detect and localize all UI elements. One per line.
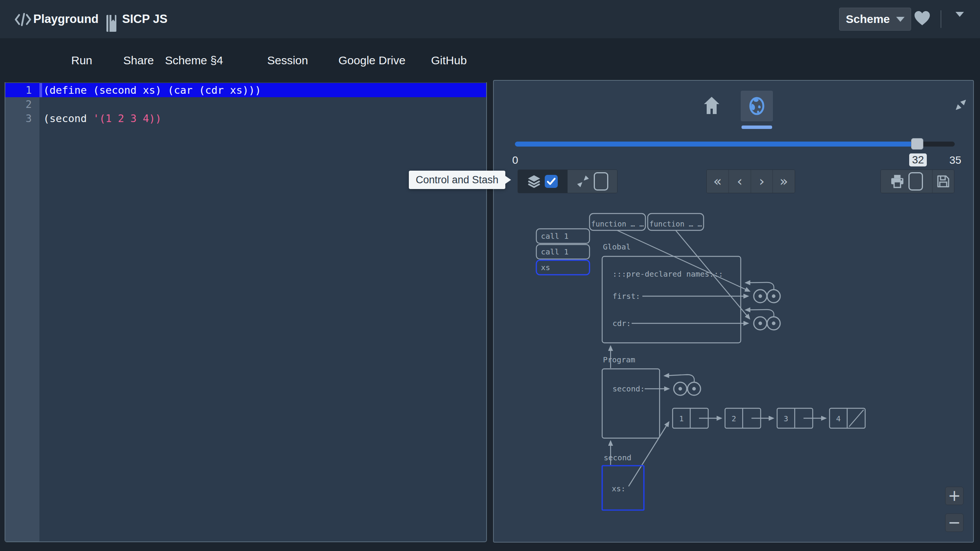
global-frame xyxy=(602,256,741,343)
share-button[interactable]: Share xyxy=(123,38,154,82)
google-drive-button[interactable]: Google Drive xyxy=(338,38,405,82)
tab-env-visualizer[interactable] xyxy=(741,91,773,121)
app-window: Playground SICP JS Scheme Run xyxy=(0,0,980,551)
slider-value-badge: 32 xyxy=(909,153,927,166)
visualizer-toggle-group xyxy=(518,170,617,193)
compact-layout-checkbox-unchecked[interactable] xyxy=(594,172,608,191)
tooltip-text: Control and Stash xyxy=(416,174,498,186)
slider-max-label: 35 xyxy=(949,154,961,166)
double-chevron-right-icon: » xyxy=(780,170,788,193)
pair-value: 4 xyxy=(836,414,841,423)
check-icon xyxy=(546,176,556,186)
chevron-down-icon xyxy=(956,12,964,23)
code-line-3-plain: (second xyxy=(43,112,93,124)
call-frame-name-label: second xyxy=(604,453,631,462)
step-slider[interactable] xyxy=(515,142,955,147)
code-icon xyxy=(15,13,31,28)
stash-item-label: call 1 xyxy=(541,247,568,256)
control-and-stash-tooltip: Control and Stash xyxy=(409,171,505,189)
save-icon xyxy=(936,174,950,188)
favorite-button[interactable] xyxy=(914,11,930,28)
stash-function-box xyxy=(590,214,645,230)
zoom-in-button[interactable]: + xyxy=(945,487,964,505)
code-line-3: (second '(1 2 3 4)) xyxy=(43,111,162,126)
predeclared-names-label: :::pre-declared names::: xyxy=(612,269,723,279)
printer-icon xyxy=(890,174,905,189)
last-step-button[interactable]: » xyxy=(773,170,795,193)
env-visualizer-panel: 0 32 35 xyxy=(493,80,974,543)
global-frame-label: Global xyxy=(603,242,630,251)
first-step-button[interactable]: « xyxy=(707,170,729,193)
second-call-frame xyxy=(602,466,644,510)
run-button[interactable]: Run xyxy=(71,38,92,82)
stash-function-box xyxy=(648,214,704,230)
function-box-label: function … … xyxy=(649,220,702,228)
collapse-icon xyxy=(576,174,590,188)
editor-cursor xyxy=(39,83,42,97)
code-line-1: (define (second xs) (car (cdr xs))) xyxy=(43,83,261,97)
stash-item-box xyxy=(536,245,590,259)
editor-gutter xyxy=(5,82,39,541)
chevron-down-icon xyxy=(896,17,905,22)
control-stash-checkbox-checked[interactable] xyxy=(545,175,558,188)
chevron-right-icon: › xyxy=(759,170,764,193)
step-nav-group: « ‹ › » xyxy=(706,170,795,193)
second-binding-label: second: xyxy=(612,384,645,393)
save-image-button[interactable] xyxy=(933,170,954,193)
nav-playground-button[interactable]: Playground xyxy=(33,0,99,38)
print-toggle-button[interactable] xyxy=(881,170,933,193)
step-slider-fill xyxy=(515,142,913,147)
navbar: Playground SICP JS Scheme xyxy=(0,0,980,38)
tooltip-arrow xyxy=(505,176,511,184)
language-select-button[interactable]: Scheme xyxy=(839,8,911,31)
navbar-menu-button[interactable] xyxy=(956,17,964,24)
line-number: 2 xyxy=(5,97,32,111)
xs-binding-label: xs: xyxy=(612,484,626,493)
double-chevron-left-icon: « xyxy=(713,170,722,193)
code-line-3-quoted-list: '(1 2 3 4)) xyxy=(93,112,162,124)
layers-icon xyxy=(527,174,541,188)
expand-panel-button[interactable] xyxy=(953,95,969,116)
tab-home[interactable] xyxy=(704,96,720,117)
session-button[interactable]: Session xyxy=(267,38,308,82)
chevron-left-icon: ‹ xyxy=(737,170,742,193)
line-number: 3 xyxy=(5,111,32,126)
active-tab-underline xyxy=(742,126,772,129)
program-frame xyxy=(602,369,660,438)
first-binding-label: first: xyxy=(612,292,640,301)
nav-sicp-button[interactable]: SICP JS xyxy=(122,0,167,38)
stash-item-label: xs xyxy=(541,263,550,272)
pair-value: 2 xyxy=(732,414,736,423)
control-stash-toggle-button[interactable] xyxy=(518,170,568,193)
pair-list xyxy=(673,408,865,428)
pair-value: 3 xyxy=(784,414,788,423)
step-slider-handle[interactable] xyxy=(911,138,923,150)
book-icon xyxy=(106,15,117,34)
environment-diagram: call 1 call 1 xs function … … function …… xyxy=(494,81,973,542)
cdr-binding-label: cdr: xyxy=(612,319,631,328)
program-frame-label: Program xyxy=(603,355,635,364)
line-number: 1 xyxy=(5,83,32,97)
prev-step-button[interactable]: ‹ xyxy=(729,170,751,193)
code-editor[interactable]: 1 2 3 (define (second xs) (car (cdr xs))… xyxy=(5,82,487,542)
print-checkbox-unchecked[interactable] xyxy=(908,172,923,191)
pair-value: 1 xyxy=(679,414,684,423)
navbar-divider xyxy=(941,10,941,28)
compact-layout-toggle-button[interactable] xyxy=(568,170,617,193)
chapter-select-button[interactable]: Scheme §4 xyxy=(165,38,223,82)
globe-icon xyxy=(747,96,766,116)
stash-item-label: call 1 xyxy=(541,231,568,241)
stash-item-box xyxy=(536,229,590,243)
slider-min-label: 0 xyxy=(512,154,518,166)
function-box-label: function … … xyxy=(591,220,644,228)
toolbar: Run Share Scheme §4 Session Go xyxy=(0,38,980,82)
next-step-button[interactable]: › xyxy=(751,170,773,193)
language-label: Scheme xyxy=(846,13,890,26)
stash-item-box-highlighted xyxy=(536,260,590,275)
zoom-out-button[interactable]: − xyxy=(945,514,964,532)
github-button[interactable]: GitHub xyxy=(431,38,467,82)
print-save-group xyxy=(880,170,954,193)
